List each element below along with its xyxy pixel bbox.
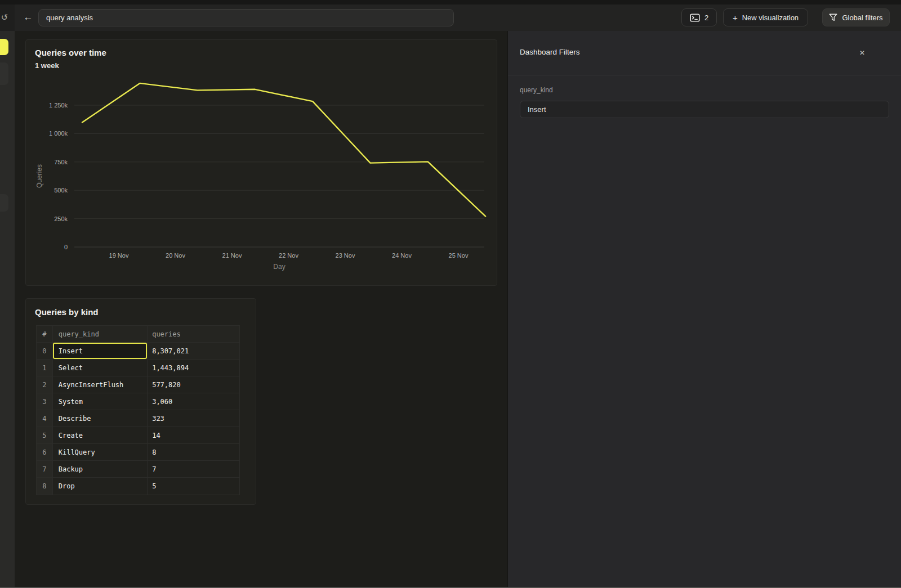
new-visualization-label: New visualization [742, 14, 799, 22]
table-row: 3System3,060 [37, 393, 239, 410]
y-axis-tick-label: 500k [54, 187, 68, 194]
x-axis-tick-label: 23 Nov [336, 252, 355, 259]
close-icon[interactable]: ✕ [856, 47, 868, 59]
query-kind-cell[interactable]: System [53, 393, 147, 410]
query-kind-cell[interactable]: KillQuery [53, 444, 147, 461]
table-row: 7Backup7 [37, 461, 239, 478]
window-top-strip [0, 0, 901, 5]
queries-cell[interactable]: 7 [147, 461, 239, 478]
color-swatch-gray-1[interactable] [0, 62, 8, 85]
x-axis-tick-label: 19 Nov [109, 252, 129, 259]
row-index: 0 [37, 343, 53, 360]
column-header-queries[interactable]: queries [147, 326, 239, 343]
queries-cell[interactable]: 3,060 [147, 393, 239, 410]
row-index: 4 [37, 410, 53, 427]
queries-series-line [82, 83, 485, 217]
plus-icon: + [733, 14, 738, 22]
queries-cell[interactable]: 5 [147, 478, 239, 495]
sql-console-count-button[interactable]: 2 [681, 8, 717, 26]
filters-panel-divider [508, 75, 901, 75]
chart-title: Queries over time [35, 48, 106, 57]
funnel-icon [829, 14, 837, 21]
table-row: 5Create14 [37, 427, 239, 444]
queries-by-kind-table: #query_kindqueries 0Insert8,307,0211Sele… [36, 325, 240, 495]
x-axis-tick-label: 24 Nov [392, 252, 412, 259]
dashboard-filters-panel: Dashboard Filters ✕ query_kind Insert [507, 31, 901, 588]
y-axis-tick-label: 1 250k [49, 102, 68, 109]
queries-over-time-card: Queries over time 1 week 0250k500k750k1 … [25, 39, 497, 286]
row-index: 2 [37, 376, 53, 393]
query-kind-filter-input[interactable]: Insert [520, 101, 889, 118]
filter-field-label: query_kind [520, 86, 553, 94]
y-axis-title: Queries [35, 164, 43, 188]
global-filters-label: Global filters [842, 14, 882, 22]
x-axis-tick-label: 20 Nov [166, 252, 185, 259]
new-visualization-button[interactable]: + New visualization [723, 8, 808, 26]
y-axis-tick-label: 1 000k [49, 130, 68, 137]
table-row: 4Describe323 [37, 410, 239, 427]
table-row: 2AsyncInsertFlush577,820 [37, 376, 239, 393]
column-header-index: # [37, 326, 53, 343]
table-row: 8Drop5 [37, 478, 239, 495]
y-axis-tick-label: 750k [54, 159, 68, 165]
y-axis-tick-label: 250k [54, 216, 68, 222]
query-kind-cell[interactable]: Create [53, 427, 147, 444]
table-row: 1Select1,443,894 [37, 360, 239, 376]
x-axis-tick-label: 21 Nov [222, 252, 242, 259]
query-kind-cell[interactable]: Backup [53, 461, 147, 478]
query-kind-cell[interactable]: AsyncInsertFlush [53, 376, 147, 393]
row-index: 8 [37, 478, 53, 495]
console-icon [690, 14, 700, 22]
table-row: 6KillQuery8 [37, 444, 239, 461]
queries-cell[interactable]: 1,443,894 [147, 360, 239, 376]
global-filters-button[interactable]: Global filters [822, 8, 890, 26]
query-kind-cell[interactable]: Describe [53, 410, 147, 427]
queries-by-kind-card: Queries by kind #query_kindqueries 0Inse… [25, 298, 256, 505]
query-kind-cell[interactable]: Select [53, 360, 147, 376]
queries-cell[interactable]: 8,307,021 [147, 343, 239, 360]
dashboard-title-input[interactable]: query analysis [38, 9, 454, 26]
row-index: 6 [37, 444, 53, 461]
queries-cell[interactable]: 14 [147, 427, 239, 444]
row-index: 1 [37, 360, 53, 376]
x-axis-tick-label: 25 Nov [449, 252, 469, 259]
x-axis-title: Day [273, 263, 285, 271]
color-swatch-gray-2[interactable] [0, 194, 8, 212]
queries-over-time-chart[interactable]: 0250k500k750k1 000k1 250k19 Nov20 Nov21 … [34, 74, 490, 273]
chart-subtitle: 1 week [35, 61, 59, 70]
x-axis-tick-label: 22 Nov [279, 252, 298, 259]
row-index: 5 [37, 427, 53, 444]
y-axis-tick-label: 0 [64, 244, 68, 250]
queries-cell[interactable]: 323 [147, 410, 239, 427]
queries-cell[interactable]: 577,820 [147, 376, 239, 393]
history-icon[interactable]: ↺ [0, 12, 10, 23]
color-swatch-yellow[interactable] [0, 39, 8, 55]
queries-cell[interactable]: 8 [147, 444, 239, 461]
query-kind-cell[interactable]: Drop [53, 478, 147, 495]
filters-panel-title: Dashboard Filters [520, 48, 580, 56]
row-index: 3 [37, 393, 53, 410]
table-title: Queries by kind [35, 307, 99, 317]
query-kind-cell[interactable]: Insert [53, 343, 147, 360]
row-index: 7 [37, 461, 53, 478]
column-header-query_kind[interactable]: query_kind [53, 326, 147, 343]
console-count: 2 [704, 14, 708, 22]
back-button[interactable]: ← [21, 11, 35, 24]
table-row: 0Insert8,307,021 [37, 343, 239, 360]
left-rail [0, 31, 15, 588]
